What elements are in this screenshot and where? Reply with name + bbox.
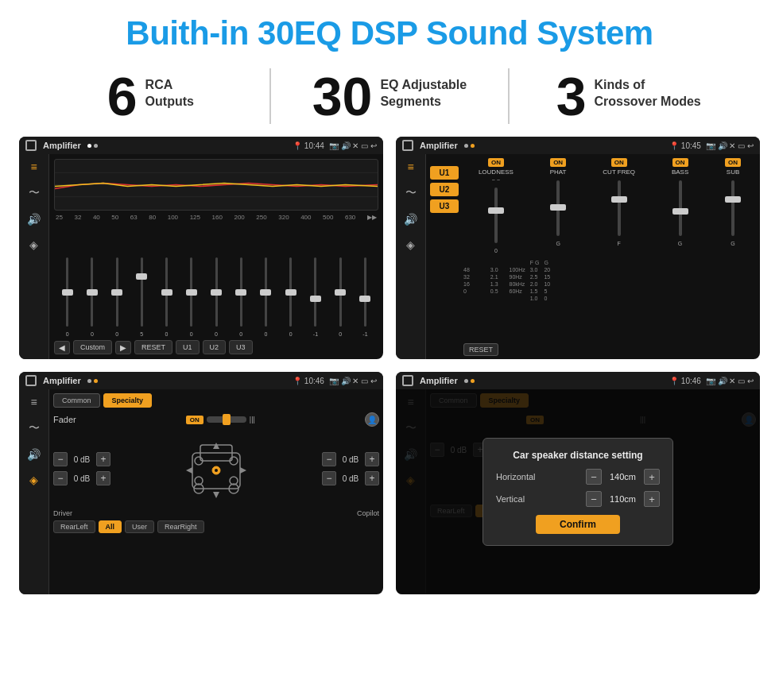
slider-val-5: 0	[165, 331, 169, 337]
dot-s2-1	[464, 144, 468, 148]
fader-icon-wave[interactable]: 〜	[29, 421, 40, 435]
slider-track-1[interactable]	[66, 257, 68, 327]
vol-left-1-plus[interactable]: +	[96, 452, 110, 466]
ch-loudness-on[interactable]: ON	[488, 158, 504, 167]
ch-cutfreq-on[interactable]: ON	[611, 158, 627, 167]
slider-track-13[interactable]	[364, 257, 366, 327]
slider-val-13: -1	[362, 331, 367, 337]
slider-track-12[interactable]	[339, 257, 342, 327]
vol-right-1-plus[interactable]: +	[365, 452, 379, 466]
amp-reset-btn[interactable]: RESET	[463, 343, 498, 356]
slider-thumb-8[interactable]	[235, 289, 246, 296]
eq-prev-btn[interactable]: ◀	[54, 341, 70, 354]
slider-thumb-10[interactable]	[285, 289, 296, 296]
vol-left-2-minus[interactable]: −	[53, 471, 68, 485]
slider-track-7[interactable]	[215, 257, 218, 327]
slider-thumb-12[interactable]	[335, 289, 346, 296]
tab-specialty[interactable]: Specialty	[103, 393, 153, 408]
eq-preset-custom[interactable]: Custom	[73, 340, 112, 354]
slider-track-9[interactable]	[265, 257, 267, 327]
slider-track-5[interactable]	[165, 257, 168, 327]
eq-reset-btn[interactable]: RESET	[134, 340, 172, 354]
amp-icon-eq[interactable]: ≡	[407, 160, 413, 173]
home-icon-4[interactable]	[402, 375, 413, 386]
dialog-vertical-minus[interactable]: −	[586, 491, 602, 507]
slider-thumb-2[interactable]	[87, 289, 98, 296]
amp-sidebar: ≡ 〜 🔊 ◈	[396, 154, 426, 359]
preset-u3[interactable]: U3	[430, 199, 459, 213]
cutfreq-slider[interactable]	[618, 180, 621, 236]
slider-thumb-7[interactable]	[211, 289, 222, 296]
dialog-overlay: Car speaker distance setting Horizontal …	[396, 389, 760, 594]
vol-right-1-minus[interactable]: −	[322, 452, 336, 466]
ch-sub-on[interactable]: ON	[725, 158, 741, 167]
ch-phat-on[interactable]: ON	[550, 158, 566, 167]
fader-on-badge[interactable]: ON	[186, 416, 203, 424]
home-icon-2[interactable]	[402, 140, 413, 151]
slider-thumb-1[interactable]	[62, 289, 73, 296]
amp-icon-balance[interactable]: ◈	[406, 238, 415, 251]
home-icon-3[interactable]	[25, 375, 37, 386]
slider-val-7: 0	[215, 331, 218, 337]
vol-right-2-plus[interactable]: +	[365, 471, 379, 485]
phat-slider[interactable]	[556, 180, 560, 236]
ch-bass-on[interactable]: ON	[672, 158, 688, 167]
bass-slider[interactable]	[679, 180, 682, 236]
eq-u2-btn[interactable]: U2	[203, 340, 227, 354]
slider-thumb-6[interactable]	[186, 289, 197, 296]
slider-thumb-9[interactable]	[260, 289, 271, 296]
slider-track-4[interactable]	[141, 257, 143, 327]
slider-track-2[interactable]	[91, 257, 93, 327]
vol-left-1-minus[interactable]: −	[53, 452, 68, 466]
slider-track-11[interactable]	[314, 257, 316, 327]
vol-right-2-minus[interactable]: −	[322, 471, 336, 485]
cutfreq-thumb[interactable]	[611, 196, 627, 203]
tab-common[interactable]: Common	[53, 393, 100, 408]
fader-icon-balance[interactable]: ◈	[29, 474, 38, 486]
slider-track-10[interactable]	[289, 257, 292, 327]
dialog-vertical-plus[interactable]: +	[644, 491, 660, 507]
fader-track[interactable]	[207, 416, 246, 423]
phat-thumb[interactable]	[550, 204, 566, 211]
slider-track-8[interactable]	[240, 257, 242, 327]
slider-track-6[interactable]	[190, 257, 192, 327]
eq-icon-balance[interactable]: ◈	[29, 238, 38, 251]
eq-icon-speaker[interactable]: 🔊	[27, 213, 41, 226]
slider-thumb-3[interactable]	[111, 289, 122, 296]
loudness-slider[interactable]	[494, 188, 498, 243]
home-icon-1[interactable]	[25, 140, 37, 151]
fader-thumb[interactable]	[223, 414, 231, 425]
slider-thumb-11[interactable]	[310, 296, 321, 302]
person-icon[interactable]: 👤	[365, 412, 379, 427]
eq-u1-btn[interactable]: U1	[176, 340, 200, 354]
preset-u1[interactable]: U1	[430, 166, 459, 180]
amp-icon-wave[interactable]: 〜	[405, 186, 417, 200]
slider-thumb-5[interactable]	[161, 289, 172, 296]
fader-icon-eq[interactable]: ≡	[30, 396, 37, 408]
bass-thumb[interactable]	[672, 208, 688, 215]
slider-thumb-13[interactable]	[359, 296, 370, 302]
btn-all[interactable]: All	[99, 520, 122, 533]
dialog-confirm-button[interactable]: Confirm	[536, 515, 620, 534]
eq-icon-wave[interactable]: 〜	[29, 186, 40, 200]
dialog-horizontal-plus[interactable]: +	[644, 469, 660, 485]
preset-u2[interactable]: U2	[430, 183, 459, 196]
dialog-horizontal-minus[interactable]: −	[586, 469, 602, 485]
sub-thumb[interactable]	[725, 196, 741, 203]
btn-user[interactable]: User	[125, 520, 154, 533]
eq-slider-3: 0	[105, 257, 128, 337]
vol-left-2-plus[interactable]: +	[96, 471, 110, 485]
btn-rearright[interactable]: RearRight	[157, 520, 204, 533]
eq-icon-eq[interactable]: ≡	[30, 160, 37, 173]
sub-slider[interactable]	[731, 180, 734, 236]
eq-u3-btn[interactable]: U3	[229, 340, 253, 354]
fader-icon-speaker[interactable]: 🔊	[27, 448, 41, 461]
slider-track-3[interactable]	[116, 257, 118, 327]
eq-next-btn[interactable]: ▶	[115, 341, 131, 354]
amp-icon-speaker[interactable]: 🔊	[404, 213, 417, 226]
slider-thumb-4[interactable]	[136, 273, 147, 280]
loudness-thumb[interactable]	[488, 207, 504, 214]
btn-rearleft[interactable]: RearLeft	[53, 520, 95, 533]
ch-bass-val: G	[678, 241, 682, 246]
amp-layout: U1 U2 U3 ON LOUDNESS ~ ~	[430, 158, 756, 355]
